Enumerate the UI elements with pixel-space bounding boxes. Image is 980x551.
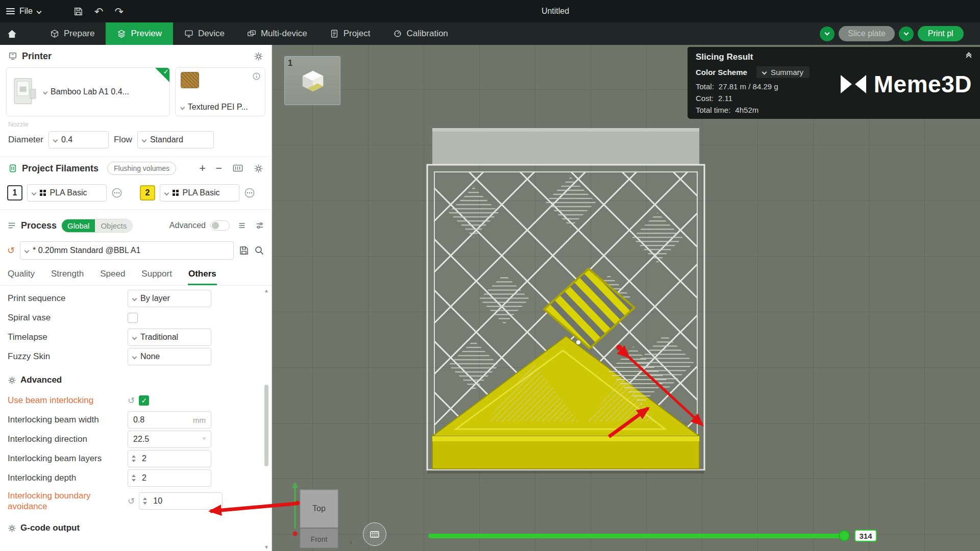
search-settings-button[interactable] (254, 245, 264, 256)
process-icon (7, 221, 16, 230)
plate-settings-button[interactable] (363, 522, 386, 546)
advanced-toggle-switch[interactable] (210, 220, 230, 231)
spinner-value: 2 (142, 454, 146, 463)
gear-icon (254, 164, 263, 173)
slice-plate-button[interactable]: Slice plate (839, 26, 895, 41)
tab-calibration[interactable]: Calibration (382, 22, 459, 45)
undo-button[interactable]: ↶ (94, 6, 104, 17)
orientation-gizmo[interactable]: Top Front x (286, 480, 357, 551)
viewport-3d[interactable]: 1 (272, 45, 980, 551)
print-sequence-select[interactable]: By layer (128, 290, 211, 307)
layer-value-badge: 314 (854, 530, 877, 542)
dots-menu-icon (111, 187, 122, 198)
reset-icon[interactable]: ↺ (128, 396, 135, 405)
selected-check-icon: ✓ (155, 67, 170, 83)
info-icon[interactable] (252, 72, 261, 81)
save-button[interactable] (74, 7, 83, 16)
sliced-model[interactable] (425, 128, 706, 475)
tab-device[interactable]: Device (173, 22, 236, 45)
filament-2-swatch[interactable]: 2 (140, 185, 155, 201)
chevron-down-icon (53, 137, 58, 142)
color-scheme-select[interactable]: Summary (756, 66, 810, 78)
z-axis-arrow (292, 482, 298, 488)
scroll-up-arrow[interactable]: ▲ (264, 288, 269, 293)
add-filament-button[interactable]: + (199, 163, 206, 174)
print-options-button[interactable] (899, 27, 914, 41)
scope-objects[interactable]: Objects (95, 219, 132, 232)
slice-options-button[interactable] (820, 27, 835, 41)
view-list-button[interactable] (237, 221, 247, 230)
stat-time: Total time: 4h52m (688, 104, 980, 116)
titlebar: File ↶ ↷ Untitled (0, 0, 980, 22)
print-plate-button[interactable]: Print pl (918, 26, 964, 41)
layer-slider[interactable]: 314 (428, 530, 877, 542)
tab-preview[interactable]: Preview (106, 22, 173, 45)
settings-scrollbar[interactable]: ▲ ▼ (263, 288, 270, 550)
use-beam-interlocking-checkbox[interactable]: ✓ (139, 395, 149, 406)
remove-filament-button[interactable]: − (215, 163, 222, 174)
home-button[interactable] (0, 22, 23, 45)
spinner-arrows[interactable] (128, 455, 139, 462)
process-scope-toggle[interactable]: Global Objects (61, 219, 133, 233)
tab-multi-device[interactable]: Multi-device (236, 22, 318, 45)
scroll-thumb[interactable] (264, 385, 268, 466)
redo-button[interactable]: ↷ (114, 6, 124, 17)
spinner-arrows[interactable] (128, 474, 139, 482)
plate-type-card[interactable]: Textured PEI P... (175, 67, 265, 116)
printer-settings-gear[interactable] (254, 52, 263, 61)
ams-button[interactable] (233, 164, 243, 173)
nozzle-label: Nozzle (0, 120, 272, 128)
diameter-select[interactable]: 0.4 (48, 131, 109, 148)
reset-preset-icon[interactable]: ↺ (7, 246, 15, 255)
interlocking-direction-input[interactable]: 22.5 ° (128, 431, 211, 448)
cost-value: 2.11 (718, 92, 732, 104)
spiral-vase-checkbox[interactable] (128, 313, 138, 323)
boundary-avoidance-spinner[interactable]: 10 (139, 492, 223, 510)
document-title: Untitled (542, 7, 569, 16)
setting-row-use-beam-interlocking: Use beam interlocking ↺ ✓ (8, 391, 246, 410)
tab-project[interactable]: Project (318, 22, 382, 45)
process-preset-select[interactable]: * 0.20mm Standard @BBL A1 (20, 241, 234, 260)
save-preset-button[interactable] (239, 245, 249, 256)
tab-strength[interactable]: Strength (51, 265, 84, 285)
reset-icon[interactable]: ↺ (128, 497, 135, 506)
total-value: 27.81 m / 84.29 g (719, 81, 778, 92)
slider-track[interactable] (428, 534, 848, 538)
process-section-header: Process Global Objects Advanced (0, 214, 272, 237)
file-menu-button[interactable]: File (6, 7, 41, 16)
filament-2-select[interactable]: PLA Basic (160, 184, 239, 202)
slider-thumb[interactable] (839, 530, 850, 541)
flow-select[interactable]: Standard (137, 131, 214, 148)
beam-width-input[interactable]: 0.8 mm (128, 411, 211, 429)
plate-thumbnail[interactable]: 1 (284, 56, 340, 105)
interlocking-depth-spinner[interactable]: 2 (128, 469, 211, 487)
filament-settings-gear[interactable] (254, 164, 263, 173)
filament-1-menu-button[interactable] (111, 187, 122, 198)
fuzzy-skin-select[interactable]: None (128, 348, 211, 365)
setting-row-boundary-avoidance: Interlocking boundary avoidance ↺ 10 (8, 488, 246, 514)
preset-row: ↺ * 0.20mm Standard @BBL A1 (0, 241, 272, 260)
tab-speed[interactable]: Speed (100, 265, 126, 285)
advanced-group-header[interactable]: Advanced (8, 369, 246, 391)
scope-global[interactable]: Global (62, 219, 95, 232)
collapse-panel-button[interactable] (967, 55, 972, 59)
tab-prepare[interactable]: Prepare (39, 22, 106, 45)
scroll-down-arrow[interactable]: ▼ (264, 544, 269, 550)
check-icon: ✓ (141, 396, 147, 405)
printer-section-title: Printer (22, 51, 52, 62)
tab-quality[interactable]: Quality (7, 265, 35, 285)
gcode-output-group-header[interactable]: G-code output (8, 517, 246, 539)
timelapse-select[interactable]: Traditional (128, 329, 211, 346)
gear-icon (254, 52, 263, 61)
spinner-arrows[interactable] (139, 497, 151, 505)
tab-others[interactable]: Others (188, 265, 217, 285)
filament-1-swatch[interactable]: 1 (7, 185, 22, 201)
unit-label: ° (203, 435, 206, 444)
flushing-volumes-button[interactable]: Flushing volumes (107, 162, 176, 175)
tab-support[interactable]: Support (141, 265, 173, 285)
tune-button[interactable] (255, 221, 264, 230)
beam-layers-spinner[interactable]: 2 (128, 450, 211, 467)
filament-1-select[interactable]: PLA Basic (27, 184, 107, 202)
printer-card[interactable]: ✓ Bamboo Lab A1 0.4... (6, 67, 170, 116)
filament-2-menu-button[interactable] (244, 187, 255, 198)
